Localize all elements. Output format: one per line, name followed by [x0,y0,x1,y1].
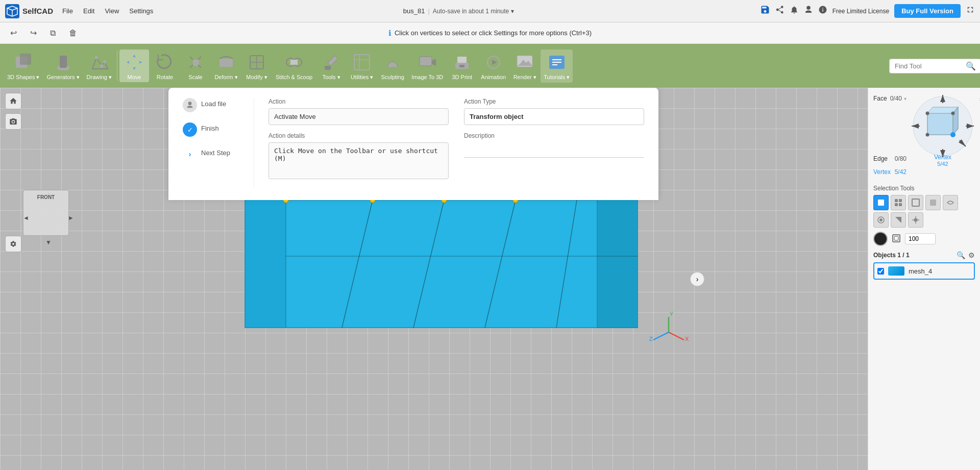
camera-button[interactable] [5,113,21,130]
bell-button[interactable] [790,5,799,17]
top-bar: SelfCAD File Edit View Settings bus_81 |… [0,0,980,22]
settings-view-button[interactable] [5,236,21,252]
nav-cube-box[interactable]: FRONT [23,190,69,236]
load-file-step-icon [183,98,197,112]
objects-settings-button[interactable]: ⚙ [968,251,975,259]
tool-3d-print-label: 3D Print [452,74,472,80]
sel-invert-tool[interactable] [891,212,906,228]
tool-drawing[interactable]: Drawing ▾ [84,50,115,83]
step-finish[interactable]: ✓ Finish [183,122,243,137]
edge-row: Edge 0/80 [873,155,906,162]
svg-text:Z: Z [649,336,653,342]
cube-nav[interactable]: ▲ FRONT ▼ ◄ ► [23,190,79,246]
panel-expand-arrow[interactable]: › [690,272,704,286]
tutorials-icon [546,52,568,73]
share-button[interactable] [775,5,785,17]
fullscreen-button[interactable] [966,5,975,17]
find-tool-button[interactable]: 🔍 [966,61,976,71]
undo-button[interactable]: ↩ [6,26,21,40]
search-objects-button[interactable]: 🔍 [957,251,965,259]
tool-stitch[interactable]: Stitch & Scoop [273,50,315,82]
svg-rect-21 [354,55,370,70]
step-next-step[interactable]: › Next Step [183,147,243,161]
tool-utilities[interactable]: Utilities ▾ [347,50,377,83]
sel-box-tool[interactable] [873,195,889,210]
tutorial-form: Action Action details Click Move on the … [268,98,644,181]
sel-vertex-tool[interactable] [891,195,906,210]
status-info-icon: ℹ [388,29,391,38]
tool-3d-shapes-label: 3D Shapes ▾ [7,74,39,81]
object-checkbox[interactable] [877,268,884,275]
tool-render[interactable]: Render ▾ [510,50,540,83]
svg-point-6 [100,64,103,67]
description-label: Description [464,132,644,139]
nav-left-arrow[interactable]: ◄ [23,214,29,221]
finish-label: Finish [201,122,219,132]
save-button[interactable] [760,5,770,17]
svg-rect-82 [899,199,902,202]
viewport[interactable]: ▲ FRONT ▼ ◄ ► Y X Z › [0,88,868,470]
sel-expand-tool[interactable] [908,212,923,228]
autosave-dropdown-icon[interactable]: ▾ [511,8,514,15]
user-button[interactable] [804,5,813,17]
action-input[interactable] [268,108,449,125]
object-name: mesh_4 [909,267,971,275]
svg-rect-85 [912,199,919,206]
generators-icon [53,52,74,73]
nav-down-arrow[interactable]: ▼ [45,239,52,246]
opacity-input[interactable] [905,233,936,244]
home-view-button[interactable] [5,93,21,109]
tool-tutorials[interactable]: Tutorials ▾ [541,50,573,83]
tool-scale[interactable]: Scale [181,50,210,82]
tools-icon [321,52,342,73]
tool-3d-shapes[interactable]: 3D Shapes ▾ [4,50,42,83]
autosave-text[interactable]: Auto-save in about 1 minute ▾ [433,8,514,15]
move-icon [124,52,145,73]
color-swatch[interactable] [873,232,888,246]
tool-generators[interactable]: Generators ▾ [43,50,82,83]
tool-rotate[interactable]: Rotate [150,50,180,82]
action-type-input[interactable] [464,108,644,125]
face-dropdown[interactable]: ▾ [904,96,906,102]
nav-file[interactable]: File [58,5,77,17]
tool-deform[interactable]: Deform ▾ [211,50,241,83]
tool-sculpting[interactable]: Sculpting [378,50,407,82]
sel-paint-tool[interactable] [873,212,889,228]
sel-edge-tool[interactable] [908,195,923,210]
nav-view[interactable]: View [101,5,123,17]
tool-scale-label: Scale [188,74,203,80]
svg-rect-24 [420,57,432,66]
face-count: 0/40 [890,95,902,102]
tool-move-label: Move [128,74,141,80]
tool-animation[interactable]: Animation [478,50,509,82]
buy-full-version-button[interactable]: Buy Full Version [894,4,961,18]
wireframe-button[interactable] [892,234,901,244]
face-row: Face 0/40 ▾ [873,95,906,102]
logo: SelfCAD [5,4,53,18]
duplicate-button[interactable]: ⧉ [46,27,60,40]
redo-button[interactable]: ↪ [26,26,41,40]
render-icon [514,52,535,73]
svg-rect-95 [894,236,898,240]
tool-move[interactable]: Move [119,50,149,82]
nav-settings[interactable]: Settings [125,5,157,17]
delete-button[interactable]: 🗑 [65,27,81,40]
vertex-label: Vertex [873,168,891,176]
step-load-file[interactable]: Load file [183,98,243,112]
tool-3d-print[interactable]: 3D Print [447,50,477,82]
nav-edit[interactable]: Edit [79,5,99,17]
tool-modify[interactable]: Modify ▾ [242,50,272,83]
3d-shapes-icon [13,52,34,73]
nav-cube-panel[interactable]: Vertex 5/42 [910,93,976,159]
info-button[interactable] [818,5,827,17]
sel-face-tool[interactable] [925,195,941,210]
deform-icon [215,52,237,73]
svg-marker-29 [492,60,497,65]
sel-loop-tool[interactable] [943,195,958,210]
tool-image-to-3d[interactable]: Image To 3D [408,50,446,82]
action-details-textarea[interactable]: Click Move on the Toolbar or use shortcu… [268,142,449,179]
find-tool-area: 🔍 [889,59,976,73]
tool-tools[interactable]: Tools ▾ [316,50,346,83]
nav-right-arrow[interactable]: ► [68,214,74,221]
svg-line-12 [198,65,201,68]
